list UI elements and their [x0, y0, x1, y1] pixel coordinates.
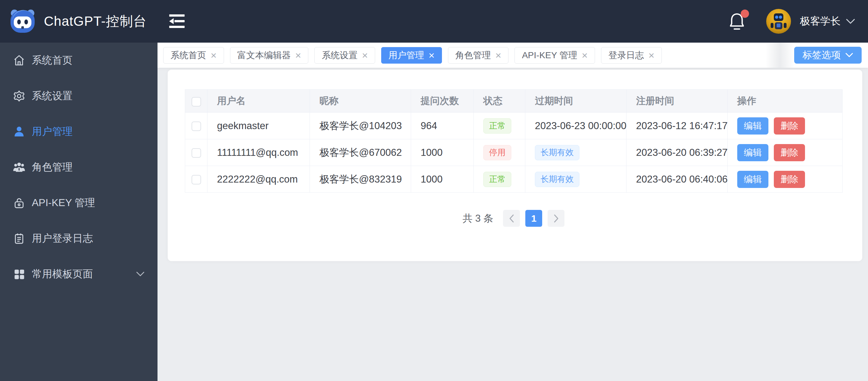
journal-icon [12, 231, 26, 246]
avatar[interactable] [766, 9, 791, 34]
notification-bell-icon[interactable] [728, 12, 745, 31]
tab-scroll-fade [766, 43, 794, 68]
home-icon [12, 54, 26, 67]
edit-button[interactable]: 编辑 [737, 144, 768, 161]
close-icon[interactable]: × [429, 50, 435, 60]
row-checkbox[interactable] [191, 148, 201, 158]
pagination-page-1[interactable]: 1 [525, 210, 542, 227]
close-icon[interactable]: × [362, 50, 368, 60]
column-header: 过期时间 [525, 90, 626, 113]
sidebar-item-role-management[interactable]: 角色管理 [0, 150, 157, 185]
column-header: 注册时间 [626, 90, 728, 113]
close-icon[interactable]: × [495, 50, 501, 60]
sidebar-item-home[interactable]: 系统首页 [0, 43, 157, 78]
sidebar-item-templates[interactable]: 常用模板页面 [0, 256, 157, 292]
chevron-down-icon [136, 271, 145, 277]
cell-username: geekmaster [208, 113, 310, 139]
cell-username: 11111111@qq.com [208, 139, 310, 166]
app-header: ChatGPT-控制台 极 [0, 0, 868, 43]
tab-home[interactable]: 系统首页× [163, 47, 224, 64]
sidebar-item-label: 常用模板页面 [32, 267, 93, 281]
sidebar-item-label: 角色管理 [32, 160, 72, 174]
main-content: 用户名昵称提问次数状态过期时间注册时间操作 geekmaster极客学长@104… [157, 68, 868, 381]
status-badge: 正常 [483, 172, 511, 187]
tag-bar: 系统首页×富文本编辑器×系统设置×用户管理×角色管理×API-KEY 管理×登录… [157, 43, 868, 68]
expire-time: 2023-06-23 00:00:00 [535, 120, 626, 131]
tab-rich-text-editor[interactable]: 富文本编辑器× [230, 47, 309, 64]
status-badge: 正常 [483, 118, 511, 134]
user-table-card: 用户名昵称提问次数状态过期时间注册时间操作 geekmaster极客学长@104… [168, 70, 862, 261]
app-title: ChatGPT-控制台 [44, 12, 147, 30]
cell-nickname: 极客学长@832319 [310, 166, 411, 193]
tab-api-key[interactable]: API-KEY 管理× [515, 47, 595, 64]
user-menu-chevron-down-icon[interactable] [846, 18, 855, 25]
cell-nickname: 极客学长@670062 [310, 139, 411, 166]
pagination-total: 共 3 条 [463, 212, 493, 225]
edit-button[interactable]: 编辑 [737, 171, 768, 188]
close-icon[interactable]: × [295, 50, 301, 60]
username[interactable]: 极客学长 [800, 14, 841, 28]
column-header: 用户名 [208, 90, 310, 113]
tab-label: 角色管理 [455, 49, 491, 61]
cell-nickname: 极客学长@104203 [310, 113, 411, 139]
pagination: 共 3 条 1 [185, 210, 842, 227]
team-icon [12, 160, 26, 174]
sidebar-item-system-settings[interactable]: 系统设置 [0, 78, 157, 114]
sidebar-item-api-key[interactable]: API-KEY 管理 [0, 185, 157, 221]
cell-register-time: 2023-06-20 06:39:27 [626, 139, 728, 166]
delete-button[interactable]: 删除 [774, 171, 805, 188]
tab-login-log[interactable]: 登录日志× [601, 47, 662, 64]
row-checkbox[interactable] [191, 122, 201, 131]
delete-button[interactable]: 删除 [774, 144, 805, 161]
column-header: 状态 [474, 90, 525, 113]
sidebar-item-label: API-KEY 管理 [32, 196, 95, 210]
select-all-checkbox[interactable] [191, 97, 201, 106]
tab-user-management[interactable]: 用户管理× [381, 47, 442, 64]
pagination-next-button[interactable] [548, 210, 564, 227]
tag-options-button[interactable]: 标签选项 [794, 47, 862, 64]
pagination-prev-button[interactable] [503, 210, 520, 227]
tab-label: API-KEY 管理 [522, 49, 577, 61]
status-badge: 停用 [483, 145, 511, 160]
cell-question-count: 1000 [411, 139, 474, 166]
tab-label: 系统首页 [170, 49, 206, 61]
row-checkbox[interactable] [191, 175, 201, 185]
user-icon [12, 125, 26, 139]
table-row: 2222222@qq.com极客学长@8323191000正常长期有效2023-… [185, 166, 842, 193]
sidebar-item-user-management[interactable]: 用户管理 [0, 114, 157, 150]
lock-icon [12, 196, 26, 210]
sidebar: 系统首页系统设置用户管理角色管理API-KEY 管理用户登录日志常用模板页面 [0, 43, 157, 381]
tab-system-settings[interactable]: 系统设置× [314, 47, 375, 64]
cell-register-time: 2023-06-12 16:47:17 [626, 113, 728, 139]
tab-label: 系统设置 [322, 49, 357, 61]
tab-role-management[interactable]: 角色管理× [448, 47, 509, 64]
sidebar-item-label: 用户登录日志 [32, 231, 93, 246]
close-icon[interactable]: × [211, 50, 217, 60]
grid-icon [12, 267, 26, 281]
sidebar-item-login-log[interactable]: 用户登录日志 [0, 221, 157, 256]
table-header-row: 用户名昵称提问次数状态过期时间注册时间操作 [185, 90, 842, 113]
close-icon[interactable]: × [582, 50, 588, 60]
delete-button[interactable]: 删除 [774, 117, 805, 134]
cell-question-count: 1000 [411, 166, 474, 193]
sidebar-item-label: 用户管理 [32, 125, 72, 139]
sidebar-collapse-icon[interactable] [168, 14, 186, 28]
expire-badge: 长期有效 [535, 172, 580, 187]
column-header: 操作 [728, 90, 842, 113]
sidebar-item-label: 系统设置 [32, 89, 72, 103]
notification-badge [741, 9, 749, 18]
close-icon[interactable]: × [648, 50, 654, 60]
tab-label: 富文本编辑器 [237, 49, 291, 61]
user-table: 用户名昵称提问次数状态过期时间注册时间操作 geekmaster极客学长@104… [185, 89, 842, 193]
cell-register-time: 2023-06-20 06:40:06 [626, 166, 728, 193]
column-header: 提问次数 [411, 90, 474, 113]
sidebar-item-label: 系统首页 [32, 54, 72, 67]
tab-label: 用户管理 [389, 49, 424, 61]
tag-options-label: 标签选项 [802, 49, 841, 62]
column-header: 昵称 [310, 90, 411, 113]
edit-button[interactable]: 编辑 [737, 117, 768, 134]
app-logo-icon [9, 8, 36, 34]
gear-icon [12, 89, 26, 103]
tab-label: 登录日志 [608, 49, 644, 61]
expire-badge: 长期有效 [535, 145, 580, 160]
